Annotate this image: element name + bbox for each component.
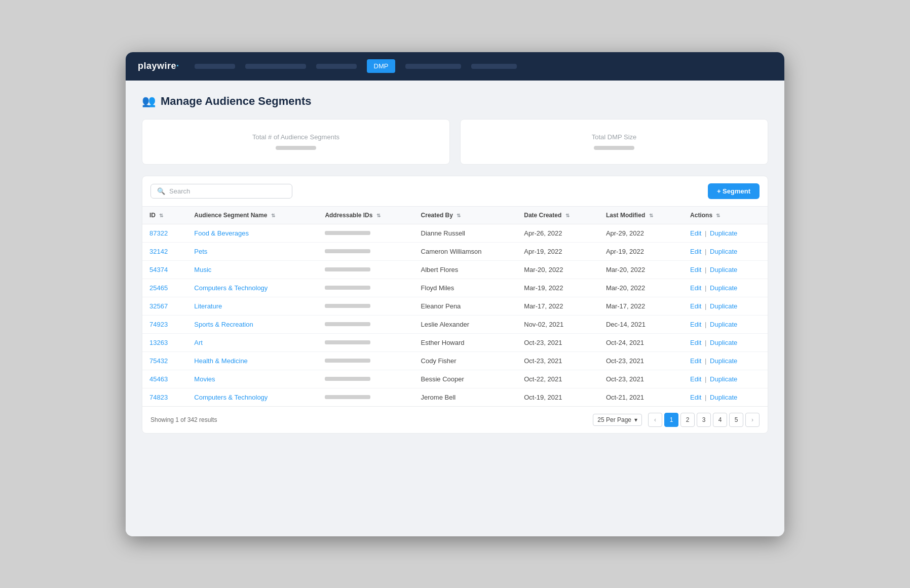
search-box[interactable]: 🔍	[150, 184, 292, 199]
table-row: 74823 Computers & Technology Jerome Bell…	[142, 388, 768, 406]
edit-link[interactable]: Edit	[690, 321, 701, 328]
cell-last-modified: Oct-24, 2021	[599, 333, 683, 351]
edit-link[interactable]: Edit	[690, 266, 701, 273]
nav-item-dmp[interactable]: DMP	[367, 59, 396, 73]
cell-name[interactable]: Pets	[187, 242, 318, 260]
cell-created-by: Floyd Miles	[414, 279, 517, 297]
cell-date-created: Oct-23, 2021	[517, 351, 599, 370]
edit-link[interactable]: Edit	[690, 248, 701, 255]
cell-name[interactable]: Health & Medicine	[187, 351, 318, 370]
duplicate-link[interactable]: Duplicate	[710, 357, 737, 365]
showing-text: Showing 1 of 342 results	[150, 416, 217, 423]
col-header-created-by[interactable]: Created By ⇅	[414, 207, 517, 224]
nav-placeholder-5	[471, 64, 517, 69]
page-title-row: 👥 Manage Audience Segments	[142, 95, 768, 108]
action-separator: |	[703, 302, 708, 310]
action-separator: |	[703, 229, 708, 237]
cell-id[interactable]: 13263	[142, 333, 187, 351]
table-body: 87322 Food & Beverages Dianne Russell Ap…	[142, 224, 768, 406]
duplicate-link[interactable]: Duplicate	[710, 229, 737, 237]
cell-id[interactable]: 25465	[142, 279, 187, 297]
stat-card-segments: Total # of Audience Segments	[142, 119, 450, 165]
cell-date-created: Oct-22, 2021	[517, 370, 599, 388]
stat-card-segments-label: Total # of Audience Segments	[252, 133, 339, 141]
cell-created-by: Bessie Cooper	[414, 370, 517, 388]
pagination-page-4[interactable]: 4	[713, 413, 727, 427]
col-header-last-modified[interactable]: Last Modified ⇅	[599, 207, 683, 224]
col-header-name[interactable]: Audience Segment Name ⇅	[187, 207, 318, 224]
nav-placeholder-2	[245, 64, 306, 69]
col-header-id[interactable]: ID ⇅	[142, 207, 187, 224]
cell-date-created: Mar-17, 2022	[517, 297, 599, 315]
cell-name[interactable]: Music	[187, 260, 318, 279]
edit-link[interactable]: Edit	[690, 284, 701, 292]
cell-name[interactable]: Literature	[187, 297, 318, 315]
col-header-date-created[interactable]: Date Created ⇅	[517, 207, 599, 224]
cell-name[interactable]: Movies	[187, 370, 318, 388]
nav-placeholder-3	[316, 64, 357, 69]
action-separator: |	[703, 375, 708, 383]
cell-actions: Edit | Duplicate	[683, 260, 768, 279]
cell-id[interactable]: 75432	[142, 351, 187, 370]
cell-actions: Edit | Duplicate	[683, 242, 768, 260]
cell-addressable	[318, 351, 413, 370]
cell-addressable	[318, 370, 413, 388]
cell-id[interactable]: 74923	[142, 315, 187, 333]
table-row: 75432 Health & Medicine Cody Fisher Oct-…	[142, 351, 768, 370]
cell-addressable	[318, 297, 413, 315]
duplicate-link[interactable]: Duplicate	[710, 248, 737, 255]
cell-addressable	[318, 242, 413, 260]
per-page-chevron-icon: ▾	[634, 416, 637, 423]
pagination-page-2[interactable]: 2	[680, 413, 695, 427]
cell-last-modified: Apr-19, 2022	[599, 242, 683, 260]
cell-name[interactable]: Computers & Technology	[187, 388, 318, 406]
pagination-page-5[interactable]: 5	[729, 413, 743, 427]
pagination-page-3[interactable]: 3	[697, 413, 711, 427]
pagination-next[interactable]: ›	[745, 413, 760, 427]
cell-date-created: Apr-26, 2022	[517, 224, 599, 242]
search-input[interactable]	[169, 187, 286, 195]
duplicate-link[interactable]: Duplicate	[710, 394, 737, 401]
action-separator: |	[703, 321, 708, 328]
duplicate-link[interactable]: Duplicate	[710, 339, 737, 346]
edit-link[interactable]: Edit	[690, 229, 701, 237]
col-header-addressable[interactable]: Addressable IDs ⇅	[318, 207, 413, 224]
table-row: 32142 Pets Cameron Williamson Apr-19, 20…	[142, 242, 768, 260]
cell-name[interactable]: Sports & Recreation	[187, 315, 318, 333]
per-page-select[interactable]: 25 Per Page ▾	[593, 414, 642, 426]
cell-id[interactable]: 32567	[142, 297, 187, 315]
edit-link[interactable]: Edit	[690, 357, 701, 365]
duplicate-link[interactable]: Duplicate	[710, 302, 737, 310]
duplicate-link[interactable]: Duplicate	[710, 266, 737, 273]
cell-addressable	[318, 315, 413, 333]
cell-id[interactable]: 45463	[142, 370, 187, 388]
cell-created-by: Cody Fisher	[414, 351, 517, 370]
table-row: 87322 Food & Beverages Dianne Russell Ap…	[142, 224, 768, 242]
sort-icon-actions: ⇅	[716, 213, 720, 218]
pagination-page-1[interactable]: 1	[664, 413, 678, 427]
cell-created-by: Cameron Williamson	[414, 242, 517, 260]
action-separator: |	[703, 339, 708, 346]
edit-link[interactable]: Edit	[690, 339, 701, 346]
cell-name[interactable]: Art	[187, 333, 318, 351]
stat-cards: Total # of Audience Segments Total DMP S…	[142, 119, 768, 165]
edit-link[interactable]: Edit	[690, 375, 701, 383]
table-row: 13263 Art Esther Howard Oct-23, 2021 Oct…	[142, 333, 768, 351]
cell-name[interactable]: Food & Beverages	[187, 224, 318, 242]
duplicate-link[interactable]: Duplicate	[710, 321, 737, 328]
edit-link[interactable]: Edit	[690, 394, 701, 401]
cell-id[interactable]: 32142	[142, 242, 187, 260]
edit-link[interactable]: Edit	[690, 302, 701, 310]
cell-created-by: Eleanor Pena	[414, 297, 517, 315]
cell-id[interactable]: 87322	[142, 224, 187, 242]
cell-created-by: Dianne Russell	[414, 224, 517, 242]
duplicate-link[interactable]: Duplicate	[710, 284, 737, 292]
cell-id[interactable]: 74823	[142, 388, 187, 406]
cell-id[interactable]: 54374	[142, 260, 187, 279]
cell-name[interactable]: Computers & Technology	[187, 279, 318, 297]
cell-created-by: Jerome Bell	[414, 388, 517, 406]
action-separator: |	[703, 357, 708, 365]
add-segment-button[interactable]: + Segment	[708, 183, 760, 199]
pagination-prev[interactable]: ‹	[648, 413, 662, 427]
duplicate-link[interactable]: Duplicate	[710, 375, 737, 383]
